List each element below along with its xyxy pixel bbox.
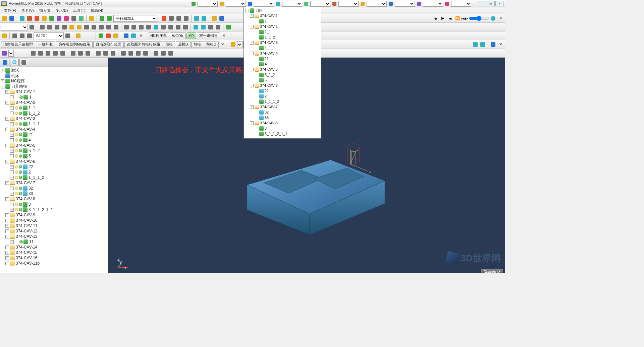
tb2-o[interactable] xyxy=(138,24,145,30)
vw-10[interactable] xyxy=(102,50,109,57)
tb2-d[interactable] xyxy=(54,24,60,30)
tree-folder-374-CAV-1[interactable]: −374-CAV-1 xyxy=(1,89,107,94)
sim-ff-icon[interactable]: ⏩ xyxy=(454,15,461,22)
safez-icon[interactable] xyxy=(78,15,85,22)
strategy-list-icon[interactable] xyxy=(106,15,113,22)
tree-item-374-CAV-1-1[interactable]: +1 xyxy=(1,94,107,100)
vw-7[interactable] xyxy=(77,50,84,57)
tree-root-0[interactable]: +激活 xyxy=(1,68,107,73)
tool-name-combo[interactable]: B17R2 xyxy=(34,32,64,39)
tool-d[interactable] xyxy=(64,32,71,39)
tree-folder-374-CAV-16[interactable]: +374-CAV-16 xyxy=(1,255,107,261)
verify-a[interactable] xyxy=(98,32,104,39)
level-selector[interactable] xyxy=(367,1,387,7)
stock-icon[interactable] xyxy=(416,1,422,7)
tree-item-374-CAV-5-5[interactable]: +5 xyxy=(1,153,107,159)
thickness-icon[interactable] xyxy=(70,15,77,22)
tb2-b[interactable] xyxy=(39,24,46,30)
btn-fill-holes[interactable]: 一键补孔 xyxy=(36,41,55,48)
toolpath-dropdown-panel[interactable]: −刀路−374-CAV-11−374-CAV-21_11_1_2−374-CAV… xyxy=(244,7,321,139)
dd-folder-374-CAV-3[interactable]: −374-CAV-3 xyxy=(245,40,320,45)
tool-new-icon[interactable] xyxy=(1,32,8,39)
tb1-g[interactable] xyxy=(211,15,218,22)
tree-item-374-CAV-7-33[interactable]: +33 xyxy=(1,191,107,196)
verify-b[interactable] xyxy=(105,32,112,39)
tb1-f[interactable] xyxy=(201,15,207,22)
vw-2[interactable] xyxy=(37,50,44,57)
explorer-tab-tree[interactable] xyxy=(1,59,9,66)
btn-cavity[interactable]: 前模 xyxy=(191,41,203,48)
model-selector[interactable] xyxy=(395,1,415,7)
strategy-icon[interactable] xyxy=(99,15,105,22)
tb1-b[interactable] xyxy=(168,15,175,22)
dd-item-374-CAV-6-1_1_1_2[interactable]: 1_1_1_2 xyxy=(245,99,320,104)
tb2-refresh-icon[interactable] xyxy=(225,24,232,30)
menu-file[interactable]: 文件(F) xyxy=(1,8,19,13)
tb2-g[interactable] xyxy=(76,24,83,30)
macro-chamfer-button[interactable]: 宏一键倒角 xyxy=(197,32,220,39)
view-iso-drop[interactable] xyxy=(8,50,14,57)
save-icon[interactable] xyxy=(8,15,15,22)
work-button[interactable]: WORK xyxy=(170,32,186,39)
open-icon[interactable] xyxy=(1,15,8,22)
explorer-tab-globe[interactable]: 🌐 xyxy=(10,59,19,66)
tb2-t[interactable] xyxy=(175,24,181,30)
dd-item-374-CAV-8-3[interactable]: 3 xyxy=(245,126,320,131)
dd-item-374-CAV-7-33[interactable]: 33 xyxy=(245,115,320,120)
pattern-icon[interactable] xyxy=(275,1,281,7)
dd-item-374-CAV-2-1_1[interactable]: 1_1 xyxy=(245,29,320,34)
tb1-e[interactable] xyxy=(193,15,200,22)
dd-item-374-CAV-6-22[interactable]: 22 xyxy=(245,88,320,93)
tree-root-3[interactable]: −刀具路径 xyxy=(1,84,107,89)
dd-item-374-CAV-3-1_1_1[interactable]: 1_1_1 xyxy=(245,45,320,51)
tb2-c[interactable] xyxy=(46,24,53,30)
tree-item-374-CAV-5-5_1_2[interactable]: +5_1_2 xyxy=(1,148,107,153)
sim-next-icon[interactable]: ⏭ xyxy=(447,15,453,22)
vw-8[interactable] xyxy=(85,50,91,57)
verify-close[interactable]: ✕ xyxy=(138,32,144,39)
tree-folder-374-CAV-5[interactable]: −374-CAV-5 xyxy=(1,143,107,148)
dd-folder-374-CAV-4[interactable]: −374-CAV-4 xyxy=(245,51,320,56)
nc-program-button[interactable]: NC程序单 xyxy=(148,32,169,39)
pattern-selector[interactable] xyxy=(282,1,302,7)
tb2-r[interactable] xyxy=(160,24,167,30)
tree-item-374-CAV-4-4[interactable]: +4 xyxy=(1,137,107,143)
tb1-c[interactable] xyxy=(175,15,182,22)
explorer-tree[interactable]: +激活机床+NC程序−刀具路径−374-CAV-1+1−374-CAV-2+1_… xyxy=(0,67,108,273)
tree-folder-374-CAV-2[interactable]: −374-CAV-2 xyxy=(1,100,107,105)
tool-c[interactable] xyxy=(26,32,33,39)
tree-item-374-CAV-7-32[interactable]: +32 xyxy=(1,186,107,191)
tree-item-374-CAV-2-1_1_2[interactable]: +1_1_2 xyxy=(1,111,107,116)
verify-e[interactable] xyxy=(130,32,137,39)
sim-speed-slider[interactable] xyxy=(469,16,489,21)
boundary-icon[interactable] xyxy=(247,1,253,7)
feed-icon[interactable] xyxy=(48,15,55,22)
tree-folder-374-CAV-4[interactable]: −374-CAV-4 xyxy=(1,127,107,132)
boundary-selector[interactable] xyxy=(254,1,274,7)
dd-item-374-CAV-7-32[interactable]: 32 xyxy=(245,110,320,115)
tree-folder-374-CAV-6[interactable]: −374-CAV-6 xyxy=(1,159,107,164)
btn-core-d[interactable]: 后模D xyxy=(176,41,191,48)
tree-folder-374-CAV-15[interactable]: +374-CAV-15 xyxy=(1,250,107,255)
tree-item-374-CAV-2-1_1[interactable]: +1_1 xyxy=(1,105,107,111)
btn-pick-front-slide[interactable]: 选取面为前模行位面 xyxy=(124,41,162,48)
tb2-s[interactable] xyxy=(167,24,174,30)
tool-icon[interactable] xyxy=(219,1,225,7)
model-icon[interactable] xyxy=(388,1,394,7)
featureset-icon[interactable] xyxy=(303,1,309,7)
tb2-y[interactable] xyxy=(215,24,221,30)
minimize-button[interactable]: — xyxy=(478,1,486,6)
tree-folder-374-CAV-8[interactable]: −374-CAV-8 xyxy=(1,196,107,202)
tool-e[interactable] xyxy=(75,32,82,39)
strategy-combo[interactable]: 平行精加工 xyxy=(113,15,157,22)
dd-item-374-CAV-5-5[interactable]: 5 xyxy=(245,77,320,83)
tool-b[interactable] xyxy=(19,32,25,39)
workplane-icon[interactable] xyxy=(331,1,337,7)
vw-13[interactable] xyxy=(135,50,142,57)
dd-item-374-CAV-2-1_1_2[interactable]: 1_1_2 xyxy=(245,34,320,40)
tb2-m[interactable] xyxy=(123,24,130,30)
tree-folder-374-CAV-12[interactable]: +374-CAV-12 xyxy=(1,228,107,234)
menu-view[interactable]: 查看(V) xyxy=(19,8,37,13)
tb2-u[interactable] xyxy=(182,24,189,30)
dd-item-374-CAV-5-5_1_2[interactable]: 5_1_2 xyxy=(245,72,320,77)
